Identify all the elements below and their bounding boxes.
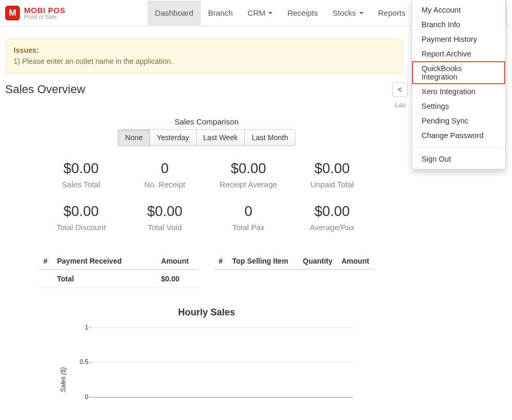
stat-total-pax-label: Total Pax — [207, 223, 290, 232]
seg-none[interactable]: None — [118, 129, 150, 146]
issues-alert: Issues: 1) Please enter an outlet name i… — [5, 38, 403, 74]
nav-reports[interactable]: Reports — [371, 1, 413, 25]
stat-total-discount-value: $0.00 — [39, 203, 123, 220]
col-amount: Amount — [157, 254, 199, 269]
menu-branch-info[interactable]: Branch Info — [412, 17, 505, 32]
menu-quickbooks-integration[interactable]: QuickBooks Integration — [412, 61, 505, 84]
accounts-dropdown-menu: My Account Branch Info Payment History R… — [412, 0, 506, 169]
stat-sales-total-value: $0.00 — [39, 161, 123, 177]
nav-crm-label: CRM — [247, 8, 265, 17]
nav-dashboard[interactable]: Dashboard — [147, 1, 200, 25]
stat-avg-pax-value: $0.00 — [290, 203, 374, 220]
menu-xero-integration[interactable]: Xero Integration — [412, 84, 505, 99]
nav-branch[interactable]: Branch — [201, 1, 241, 25]
chart-title: Hourly Sales — [39, 307, 374, 318]
menu-sign-out[interactable]: Sign Out — [412, 152, 505, 166]
menu-my-account[interactable]: My Account — [412, 3, 505, 17]
comparison-title: Sales Comparison — [39, 117, 374, 126]
col-top-item: Top Selling Item — [228, 254, 299, 269]
chart-ytick: 1 — [75, 324, 88, 331]
menu-divider — [412, 147, 505, 147]
menu-change-password[interactable]: Change Password — [412, 128, 505, 143]
stat-receipt-avg-label: Receipt Average — [207, 180, 290, 189]
seg-last-week[interactable]: Last Week — [197, 129, 245, 146]
stat-total-void-label: Total Void — [123, 223, 207, 232]
total-value: $0.00 — [157, 269, 199, 288]
nav-receipts[interactable]: Receipts — [280, 1, 325, 25]
stat-no-receipt-label: No. Receipt — [123, 180, 207, 189]
stat-unpaid-total-value: $0.00 — [290, 161, 374, 177]
brand-logo-icon: M — [5, 6, 20, 20]
chevron-down-icon — [359, 12, 363, 14]
table-row: Total $0.00 — [39, 269, 199, 288]
chart-ytick: 0 — [75, 393, 88, 401]
stat-total-discount-label: Total Discount — [39, 223, 123, 232]
last-updated-label: Las — [5, 101, 408, 109]
menu-report-archive[interactable]: Report Archive — [412, 47, 505, 61]
stat-sales-total-label: Sales Total — [39, 180, 123, 189]
menu-pending-sync[interactable]: Pending Sync — [412, 113, 505, 128]
col-num: # — [39, 254, 53, 269]
stat-total-pax-value: 0 — [207, 203, 290, 220]
page-title: Sales Overview — [5, 83, 85, 96]
menu-settings[interactable]: Settings — [412, 99, 505, 113]
date-nav-button[interactable]: < — [392, 82, 408, 97]
nav-stocks[interactable]: Stocks — [325, 1, 371, 25]
total-label: Total — [53, 269, 157, 288]
menu-payment-history[interactable]: Payment History — [412, 32, 505, 47]
col-num: # — [214, 254, 228, 269]
seg-last-month[interactable]: Last Month — [245, 129, 295, 146]
hourly-sales-chart: Sales ($) 10.50-0.5 — [60, 327, 353, 420]
chevron-down-icon — [268, 12, 272, 14]
stat-unpaid-total-label: Unpaid Total — [290, 180, 374, 189]
brand-title: MOBI POS — [24, 6, 65, 14]
stat-no-receipt-value: 0 — [123, 161, 207, 177]
stat-avg-pax-label: Average/Pax — [290, 223, 374, 232]
col-amount: Amount — [337, 254, 374, 269]
stat-receipt-avg-value: $0.00 — [207, 161, 290, 177]
payment-received-table: # Payment Received Amount Total $0.00 — [39, 254, 199, 288]
seg-yesterday[interactable]: Yesterday — [150, 129, 197, 146]
col-quantity: Quantity — [299, 254, 337, 269]
nav-crm[interactable]: CRM — [240, 1, 280, 25]
alert-heading: Issues: — [14, 46, 39, 54]
nav-stocks-label: Stocks — [333, 8, 356, 17]
stat-total-void-value: $0.00 — [123, 203, 207, 220]
top-selling-table: # Top Selling Item Quantity Amount — [214, 254, 374, 288]
alert-line: 1) Please enter an outlet name in the ap… — [14, 57, 173, 65]
brand-subtitle: Point of Sale — [24, 14, 65, 20]
comparison-toggle: None Yesterday Last Week Last Month — [118, 129, 295, 146]
chart-ylabel: Sales ($) — [60, 367, 67, 392]
chart-ytick: 0.5 — [75, 358, 88, 366]
brand[interactable]: M MOBI POS Point of Sale — [5, 6, 76, 20]
col-payment-received: Payment Received — [53, 254, 157, 269]
